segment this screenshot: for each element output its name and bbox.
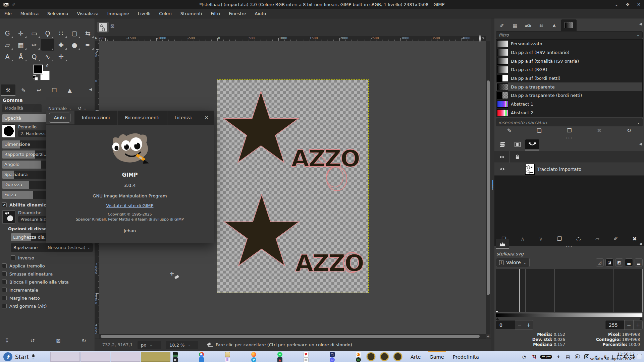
tab-layers[interactable]	[496, 139, 510, 149]
selection-to-path-button[interactable]: ▱	[595, 236, 599, 242]
gold-badge-2[interactable]	[380, 352, 389, 361]
tab-gradients[interactable]: ≋	[535, 21, 547, 31]
menu-item[interactable]: Strumenti	[176, 9, 207, 18]
menu-item[interactable]: Immagine	[103, 9, 133, 18]
lower-path-button[interactable]: ∨	[539, 236, 543, 242]
eraser-tool[interactable]	[41, 39, 54, 51]
duplicate-gradient-button[interactable]: ❐	[567, 127, 572, 134]
tab-paths[interactable]	[525, 139, 539, 149]
tab-histogram[interactable]: ▲	[62, 84, 77, 96]
tab-device-status[interactable]: ✎	[16, 84, 31, 96]
lock-column-header[interactable]	[510, 151, 525, 163]
save-tool-options-button[interactable]: ↧	[5, 338, 9, 344]
edit-gradient-button[interactable]: ✎	[507, 127, 512, 134]
player-tray-icon[interactable]: ▶	[575, 354, 580, 359]
blur-tool[interactable]: ●	[68, 39, 81, 51]
gradient-list-item[interactable]: Da pp a trasparente	[496, 82, 642, 91]
stroke-path-button[interactable]: ✐	[613, 236, 618, 242]
delete-gradient-button[interactable]: ✖	[597, 127, 601, 134]
tab-images[interactable]: ❐	[47, 84, 62, 96]
dialog-close-icon[interactable]: ✕	[199, 111, 214, 125]
start-label[interactable]: Start	[15, 354, 29, 360]
menu-item[interactable]: Finestre	[224, 9, 250, 18]
rectangle-select-tool[interactable]: ▭	[28, 27, 41, 39]
desktop-mode-button[interactable]: Arte	[411, 354, 421, 360]
zoom-select[interactable]: 18,2 %⌄	[166, 341, 198, 349]
menu-item[interactable]: Livelli	[133, 9, 155, 18]
horizontal-ruler[interactable]: -1900-1500-1000-500050010001500200025003…	[99, 36, 486, 41]
histogram-log-button[interactable]: ◪	[605, 258, 613, 266]
gold-badge-1[interactable]	[367, 352, 375, 361]
gradients-dock-collapse-icon[interactable]: ◀	[639, 22, 642, 26]
range-low-marker[interactable]	[496, 317, 499, 320]
flip-tool[interactable]: ⇆	[81, 27, 95, 39]
image-tab[interactable]	[97, 22, 109, 33]
heal-tool[interactable]: ✚	[54, 39, 68, 51]
path-visibility-icon[interactable]	[494, 167, 510, 171]
image-viewer-icon[interactable]	[173, 352, 178, 357]
maximize-button[interactable]: ❖	[626, 2, 630, 7]
reset-tool-options-button[interactable]: ↻	[82, 338, 86, 344]
zoom-when-resize-icon[interactable]	[479, 35, 485, 41]
tool-option-checkbox[interactable]: Incrementale	[2, 286, 93, 294]
delete-path-button[interactable]: ✖	[632, 236, 637, 242]
low-plus-button[interactable]: +	[524, 320, 533, 329]
high-plus-button[interactable]: +	[633, 320, 642, 329]
vertical-scrollbar[interactable]	[486, 41, 490, 334]
start-menu-icon[interactable]: f	[3, 352, 12, 361]
tab-fonts[interactable]: aCb	[522, 21, 534, 31]
ruler-origin-icon[interactable]: ▶	[95, 37, 97, 40]
tool-option-checkbox[interactable]: Inverso	[11, 254, 93, 262]
gradient-list-item[interactable]: Da pp a trasparente (bordi netti)	[496, 91, 642, 100]
select-by-color-tool[interactable]: ∷	[54, 27, 68, 39]
text-tool[interactable]: A	[1, 51, 14, 62]
help-button[interactable]: Aiuto	[49, 113, 70, 123]
image-tab-close-icon[interactable]: ⊠	[110, 23, 115, 29]
tool-option-checkbox[interactable]: Applica tremolio	[2, 262, 93, 270]
settings-icon[interactable]: ≡	[173, 357, 178, 362]
window-button[interactable]	[111, 352, 140, 362]
swap-colors-icon[interactable]: ⇄	[45, 63, 50, 68]
show-desktop-button[interactable]	[637, 354, 642, 359]
histogram-perceptual-button[interactable]: ◩	[615, 258, 623, 266]
raise-path-button[interactable]: ∧	[521, 236, 525, 242]
store-icon[interactable]: ◱	[330, 352, 335, 357]
tool-option-checkbox[interactable]: Blocca il pennello alla vista	[2, 278, 93, 286]
close-button[interactable]: ✕	[637, 2, 641, 7]
dock-grip-2[interactable]: •••	[494, 245, 644, 248]
cards-game-icon[interactable]: ♥	[304, 352, 309, 357]
visibility-column-header[interactable]	[494, 151, 510, 163]
path-row[interactable]: Tracciato importato	[494, 163, 644, 176]
dialog-tab[interactable]: Informazioni	[74, 111, 118, 125]
high-minus-button[interactable]: −	[624, 320, 633, 329]
gimp-website-link[interactable]: Visitate il sito di GIMP	[46, 203, 214, 208]
curves-tool[interactable]: ∿	[41, 51, 54, 62]
window-button[interactable]	[80, 352, 110, 362]
gold-badge-3[interactable]	[393, 352, 402, 361]
range-high-marker[interactable]	[639, 317, 643, 320]
dynamics-thumbnail[interactable]	[2, 210, 15, 224]
tab-tool-options[interactable]: ⚒	[1, 84, 15, 96]
menu-item[interactable]: File	[0, 9, 16, 18]
kde-connect-icon[interactable]: K	[584, 354, 589, 359]
mode-value[interactable]: Normale	[48, 106, 67, 111]
gradient-list-item[interactable]: Abstract 2	[496, 108, 642, 117]
repeat-select[interactable]: Ripetizione Nessuna (estesa) ⌄	[11, 243, 93, 252]
gradient-list-item[interactable]: Personalizzato	[496, 40, 642, 48]
fg-bg-color-selector[interactable]: ⇄	[34, 65, 51, 81]
histogram-range-gradient[interactable]	[496, 313, 643, 317]
low-minus-button[interactable]: −	[515, 320, 524, 329]
telegram-tray-icon[interactable]: ✈	[556, 354, 561, 359]
file-manager-icon[interactable]	[225, 352, 230, 357]
mode-reset-caret-icon[interactable]: ⌄	[84, 107, 86, 110]
emulator-icon[interactable]: ▲	[277, 357, 282, 362]
foreground-color-swatch[interactable]	[34, 65, 43, 74]
restore-tool-options-button[interactable]: ↺	[31, 338, 35, 344]
transform-tool[interactable]: ✛	[54, 51, 68, 62]
unit-select[interactable]: px⌄	[138, 341, 161, 349]
minimize-button[interactable]: ⌄	[615, 2, 619, 7]
image-layer[interactable]: AZZO AZZO	[217, 80, 368, 293]
tab-active-gradient[interactable]	[561, 19, 577, 31]
range-high-spinner[interactable]: 255 − +	[605, 320, 643, 330]
tool-option-checkbox[interactable]: Margine netto	[2, 294, 93, 302]
